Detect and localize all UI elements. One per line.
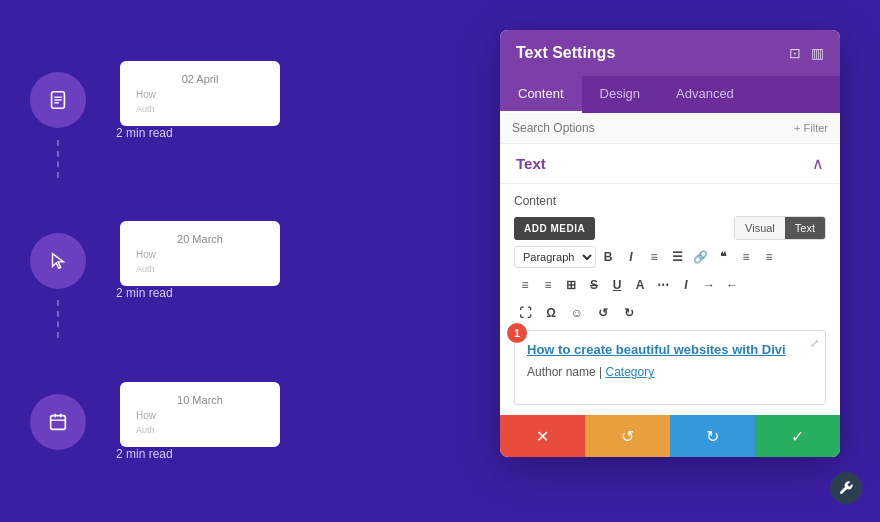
italic-button[interactable]: I <box>620 246 642 268</box>
italic2-button[interactable]: I <box>675 274 697 296</box>
align-left-button[interactable]: ≡ <box>735 246 757 268</box>
outdent-button[interactable]: ← <box>721 274 743 296</box>
left-panel: 02 April How Auth 2 min read 20 March Ho… <box>0 0 430 522</box>
content-area: Content ADD MEDIA Visual Text Paragraph … <box>500 184 840 415</box>
panel-header: Text Settings ⊡ ▥ <box>500 30 840 76</box>
panel-tabs: Content Design Advanced <box>500 76 840 113</box>
document-icon <box>47 89 69 111</box>
panel-footer: ✕ ↺ ↻ ✓ <box>500 415 840 457</box>
cancel-button[interactable]: ✕ <box>500 415 585 457</box>
timeline-item-3: 10 March How Auth 2 min read <box>0 382 430 461</box>
bold-button[interactable]: B <box>597 246 619 268</box>
connector-1 <box>57 140 59 178</box>
calendar-icon <box>47 411 69 433</box>
tab-content[interactable]: Content <box>500 76 582 113</box>
strikethrough-button[interactable]: S <box>583 274 605 296</box>
filter-button[interactable]: + Filter <box>794 122 828 134</box>
table-button[interactable]: ⊞ <box>560 274 582 296</box>
connector-2 <box>57 300 59 338</box>
floating-wrench-button[interactable] <box>830 472 862 504</box>
panel-title: Text Settings <box>516 44 615 62</box>
editor-toolbar-2: ≡ ≡ ⊞ S U A ⋯ I → ← <box>514 274 826 296</box>
blockquote-button[interactable]: ❝ <box>712 246 734 268</box>
section-header: Text ∧ <box>500 144 840 184</box>
resize-icon: ⤢ <box>810 337 819 350</box>
link-button[interactable]: 🔗 <box>689 246 711 268</box>
toolbar-row-1: ADD MEDIA Visual Text <box>514 216 826 240</box>
content-label: Content <box>514 194 826 208</box>
save-button[interactable]: ✓ <box>755 415 840 457</box>
tab-design[interactable]: Design <box>582 76 658 113</box>
timeline-item-2: 20 March How Auth 2 min read <box>0 221 430 300</box>
align-right-button[interactable]: ≡ <box>758 246 780 268</box>
svg-rect-4 <box>51 415 66 429</box>
indent-button[interactable]: → <box>698 274 720 296</box>
underline-button[interactable]: U <box>606 274 628 296</box>
timeline-read-1: 2 min read <box>116 126 280 140</box>
align-center-button[interactable]: ≡ <box>514 274 536 296</box>
cursor-icon <box>47 250 69 272</box>
editor-author: Author name | Category <box>527 365 813 379</box>
search-input[interactable] <box>512 121 794 135</box>
card-date-2: 20 March <box>136 233 264 245</box>
reset-button[interactable]: ↺ <box>585 415 670 457</box>
card-preview-2: 20 March How Auth <box>120 221 280 286</box>
add-media-button[interactable]: ADD MEDIA <box>514 217 595 240</box>
timeline-read-2: 2 min read <box>116 286 280 300</box>
more-button[interactable]: ⋯ <box>652 274 674 296</box>
visual-text-tabs: Visual Text <box>734 216 826 240</box>
panel-header-icons: ⊡ ▥ <box>789 45 824 61</box>
card-date-1: 02 April <box>136 73 264 85</box>
card-preview-1: 02 April How Auth <box>120 61 280 126</box>
timeline-icon-2 <box>30 233 86 289</box>
columns-icon[interactable]: ▥ <box>811 45 824 61</box>
editor-content-area[interactable]: 1 ⤢ How to create beautiful websites wit… <box>514 330 826 405</box>
fullscreen-button[interactable]: ⛶ <box>514 302 536 324</box>
tab-advanced[interactable]: Advanced <box>658 76 752 113</box>
ul-button[interactable]: ☰ <box>666 246 688 268</box>
ol-button[interactable]: ≡ <box>643 246 665 268</box>
card-preview-3: 10 March How Auth <box>120 382 280 447</box>
timeline-item-1: 02 April How Auth 2 min read <box>0 61 430 140</box>
timeline-icon-1 <box>30 72 86 128</box>
editor-badge: 1 <box>507 323 527 343</box>
emoji-button[interactable]: ☺ <box>566 302 588 324</box>
tab-text[interactable]: Text <box>785 217 825 239</box>
search-bar: + Filter <box>500 113 840 144</box>
timeline-read-3: 2 min read <box>116 447 280 461</box>
settings-panel: Text Settings ⊡ ▥ Content Design Advance… <box>500 30 840 457</box>
omega-button[interactable]: Ω <box>540 302 562 324</box>
paragraph-select[interactable]: Paragraph <box>514 246 596 268</box>
timeline-icon-3 <box>30 394 86 450</box>
section-title: Text <box>516 155 546 172</box>
redo-button[interactable]: ↻ <box>670 415 755 457</box>
text-color-button[interactable]: A <box>629 274 651 296</box>
wrench-icon <box>838 480 854 496</box>
undo-button[interactable]: ↺ <box>592 302 614 324</box>
editor-category-link[interactable]: Category <box>606 365 655 379</box>
justify-button[interactable]: ≡ <box>537 274 559 296</box>
card-date-3: 10 March <box>136 394 264 406</box>
editor-toolbar-1: Paragraph B I ≡ ☰ 🔗 ❝ ≡ ≡ <box>514 246 826 268</box>
expand-icon[interactable]: ⊡ <box>789 45 801 61</box>
editor-toolbar-3: ⛶ Ω ☺ ↺ ↻ <box>514 302 826 324</box>
redo-toolbar-button[interactable]: ↻ <box>618 302 640 324</box>
editor-link-text[interactable]: How to create beautiful websites with Di… <box>527 341 813 359</box>
section-toggle-icon[interactable]: ∧ <box>812 154 824 173</box>
tab-visual[interactable]: Visual <box>735 217 785 239</box>
